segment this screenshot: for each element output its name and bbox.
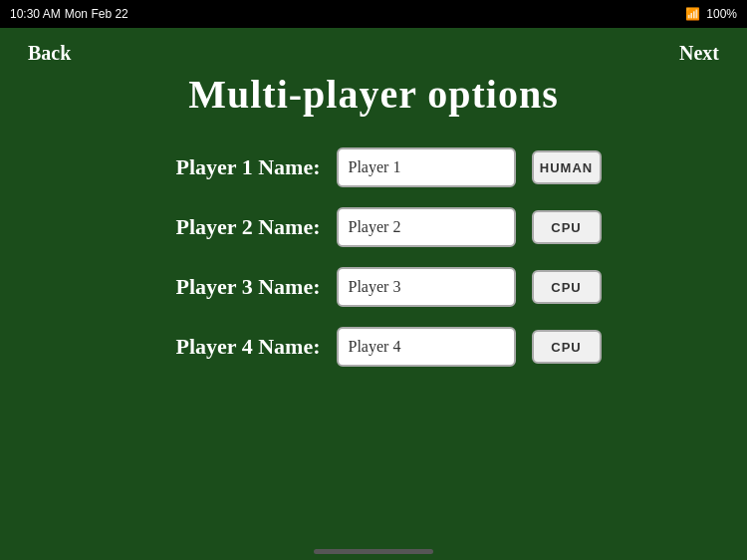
player-row-1: Player 1 Name:HUMAN	[146, 147, 602, 187]
players-container: Player 1 Name:HUMANPlayer 2 Name:CPUPlay…	[0, 147, 747, 367]
status-right: 📶 100%	[685, 7, 737, 21]
main-content: Back Next Multi-player options Player 1 …	[0, 28, 747, 560]
player-label-4: Player 4 Name:	[146, 334, 321, 360]
battery-display: 100%	[706, 7, 737, 21]
date-display: Mon Feb 22	[65, 7, 128, 21]
status-bar: 10:30 AM Mon Feb 22 📶 100%	[0, 0, 747, 28]
player-input-1[interactable]	[337, 147, 516, 187]
player-label-1: Player 1 Name:	[146, 154, 321, 180]
player-input-4[interactable]	[337, 327, 516, 367]
player-input-3[interactable]	[337, 267, 516, 307]
player-type-button-2[interactable]: CPU	[532, 210, 602, 244]
back-button[interactable]: Back	[20, 38, 79, 69]
player-row-3: Player 3 Name:CPU	[146, 267, 602, 307]
player-type-button-4[interactable]: CPU	[532, 330, 602, 364]
next-button[interactable]: Next	[671, 38, 727, 69]
page-title: Multi-player options	[188, 71, 559, 118]
status-left: 10:30 AM Mon Feb 22	[10, 7, 128, 21]
player-label-2: Player 2 Name:	[146, 214, 321, 240]
player-type-button-1[interactable]: HUMAN	[532, 150, 602, 184]
nav-bar: Back Next	[0, 28, 747, 69]
player-label-3: Player 3 Name:	[146, 274, 321, 300]
player-row-4: Player 4 Name:CPU	[146, 327, 602, 367]
bottom-indicator	[314, 549, 433, 554]
player-type-button-3[interactable]: CPU	[532, 270, 602, 304]
wifi-icon: 📶	[685, 7, 700, 21]
player-input-2[interactable]	[337, 207, 516, 247]
player-row-2: Player 2 Name:CPU	[146, 207, 602, 247]
time-display: 10:30 AM	[10, 7, 61, 21]
